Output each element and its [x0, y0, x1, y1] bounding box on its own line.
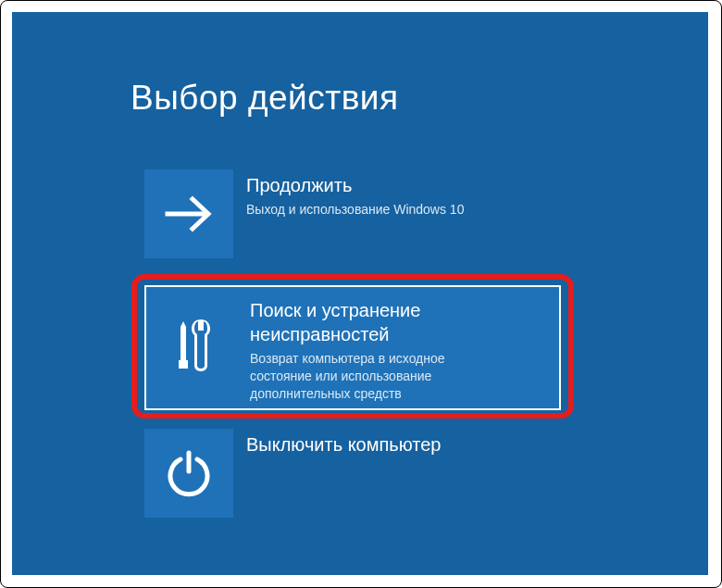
power-icon — [144, 429, 233, 518]
tools-icon — [152, 293, 237, 400]
troubleshoot-tile[interactable]: Поиск и устранение неисправностей Возвра… — [144, 285, 561, 410]
troubleshoot-desc: Возврат компьютера в исходное состояние … — [250, 350, 510, 403]
power-tile[interactable]: Выключить компьютер — [144, 429, 442, 518]
continue-tile[interactable]: Продолжить Выход и использование Windows… — [144, 169, 464, 258]
power-title: Выключить компьютер — [246, 432, 442, 457]
page-title: Выбор действия — [131, 79, 399, 118]
arrow-right-icon — [144, 169, 233, 258]
continue-desc: Выход и использование Windows 10 — [246, 201, 464, 219]
troubleshoot-title: Поиск и устранение неисправностей — [250, 298, 510, 346]
svg-rect-1 — [179, 360, 188, 369]
recovery-screen: Выбор действия Продолжить Выход и исполь… — [12, 12, 708, 575]
continue-title: Продолжить — [246, 173, 464, 197]
